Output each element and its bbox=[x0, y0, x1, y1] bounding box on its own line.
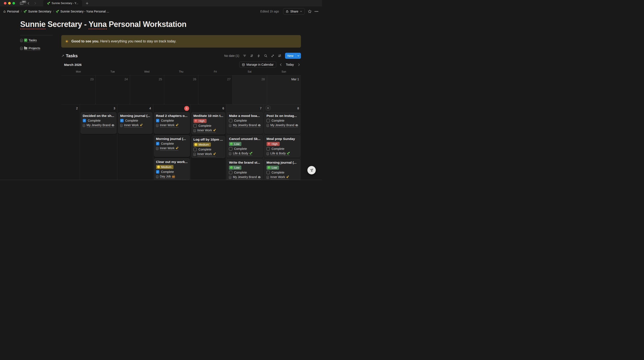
task-card[interactable]: Clear out my work...Medium✓CompleteDay J… bbox=[154, 158, 190, 180]
checkbox-checked[interactable]: ✓ bbox=[156, 142, 160, 145]
calendar-day-cell[interactable]: 4Morning journal (...✓CompleteInner Work bbox=[117, 104, 153, 180]
new-task-button[interactable]: New bbox=[285, 53, 296, 59]
new-tab-button[interactable]: + bbox=[82, 0, 92, 7]
task-card[interactable]: Log off by 10pm ...MediumCompleteInner W… bbox=[191, 136, 226, 158]
project-link[interactable]: My Jewelry Brand bbox=[233, 123, 260, 127]
project-link[interactable]: Inner Work bbox=[160, 123, 178, 127]
task-card[interactable]: Write the brand st...LowCompleteMy Jewel… bbox=[227, 159, 263, 180]
next-week-button[interactable] bbox=[297, 63, 301, 67]
more-options-button[interactable]: ••• bbox=[315, 10, 318, 13]
checkbox-unchecked[interactable] bbox=[194, 148, 197, 151]
notion-ai-button[interactable] bbox=[308, 166, 316, 174]
project-link[interactable]: Inner Work bbox=[197, 152, 216, 156]
search-icon[interactable] bbox=[264, 54, 268, 58]
check-icon: ✓ bbox=[24, 39, 27, 42]
task-card[interactable]: Morning journal (...✓CompleteInner Work bbox=[118, 112, 152, 134]
project-link[interactable]: Inner Work bbox=[124, 123, 142, 127]
history-forward-button[interactable] bbox=[32, 0, 38, 7]
linked-view-title[interactable]: ↗ Tasks bbox=[61, 53, 78, 58]
calendar-day-cell[interactable]: 26 bbox=[164, 75, 198, 104]
task-card[interactable]: Decided on the sh...✓CompleteMy Jewelry … bbox=[80, 112, 116, 134]
project-link[interactable]: Life & Body bbox=[233, 151, 252, 156]
today-button[interactable]: Today bbox=[286, 63, 294, 66]
calendar-day-cell[interactable]: 24 bbox=[96, 75, 130, 104]
browser-tab[interactable]: Sunnie Secretary - Y... bbox=[43, 0, 82, 7]
project-link[interactable]: My Jewelry Brand bbox=[270, 123, 298, 127]
checkbox-unchecked[interactable] bbox=[266, 147, 270, 150]
day-cards: Read 2 chapters o...✓CompleteInner WorkM… bbox=[153, 111, 190, 180]
calendar-day-cell[interactable]: +8Post 3x on Instag...CompleteMy Jewelry… bbox=[264, 104, 301, 180]
complete-row: Complete bbox=[229, 147, 247, 150]
manage-in-calendar-button[interactable]: 5 Manage in Calendar bbox=[239, 62, 276, 68]
date-number: 7 bbox=[260, 107, 262, 110]
expand-icon[interactable] bbox=[271, 54, 274, 58]
no-date-filter-button[interactable]: No date (1) bbox=[224, 54, 239, 58]
checkbox-unchecked[interactable] bbox=[229, 147, 232, 150]
zoom-window-button[interactable] bbox=[12, 2, 15, 5]
task-card[interactable]: Morning journal (...LowCompleteInner Wor… bbox=[264, 159, 300, 180]
calendar-day-cell[interactable]: 6Meditate 10 min t...HighCompleteInner W… bbox=[190, 104, 226, 180]
view-settings-sliders-icon[interactable] bbox=[278, 54, 281, 58]
calendar-day-cell[interactable]: 7Make a mood boa...CompleteMy Jewelry Br… bbox=[226, 104, 263, 180]
checkbox-unchecked[interactable] bbox=[194, 124, 197, 127]
priority-badge: Medium bbox=[156, 165, 174, 169]
breadcrumb-item[interactable]: ⌂Personal bbox=[4, 9, 19, 13]
calendar-day-cell[interactable]: 25 bbox=[130, 75, 164, 104]
project-link[interactable]: My Jewelry Brand bbox=[87, 123, 114, 127]
project-link[interactable]: Inner Work bbox=[270, 175, 289, 179]
checkbox-unchecked[interactable] bbox=[266, 171, 270, 174]
task-card[interactable]: Post 3x on Instag...CompleteMy Jewelry B… bbox=[264, 112, 300, 134]
project-link[interactable]: Life & Body bbox=[270, 151, 290, 156]
project-row: Inner Work bbox=[156, 123, 178, 127]
automation-bolt-icon[interactable] bbox=[257, 54, 260, 58]
calendar-day-cell[interactable]: 27 bbox=[198, 75, 232, 104]
filter-icon[interactable] bbox=[243, 54, 246, 58]
calendar-day-cell[interactable]: 23 bbox=[61, 75, 96, 104]
page-link-tasks[interactable]: ✓Tasks bbox=[20, 38, 56, 43]
calendar-day-cell[interactable]: 3Decided on the sh...✓CompleteMy Jewelry… bbox=[80, 104, 117, 180]
calendar-day-cell[interactable]: 5Read 2 chapters o...✓CompleteInner Work… bbox=[153, 104, 190, 180]
task-card[interactable]: Meditate 10 min t...HighCompleteInner Wo… bbox=[191, 112, 226, 134]
project-link[interactable]: Day Job bbox=[160, 174, 175, 179]
checkbox-unchecked[interactable] bbox=[229, 171, 232, 174]
star-icon bbox=[308, 10, 312, 13]
project-link[interactable]: Inner Work bbox=[160, 146, 178, 150]
task-card[interactable]: Make a mood boa...CompleteMy Jewelry Bra… bbox=[227, 112, 263, 134]
history-back-button[interactable] bbox=[25, 0, 32, 7]
doc-icon bbox=[20, 39, 22, 42]
calendar-day-cell[interactable]: Mar 1 bbox=[267, 75, 301, 104]
checkbox-unchecked[interactable] bbox=[266, 119, 270, 122]
breadcrumb-label: Sunnie Secretary - Yuna Personal ... bbox=[60, 10, 109, 13]
favorite-star-button[interactable] bbox=[308, 10, 312, 13]
task-card[interactable]: Cancel unused Sk...LowCompleteLife & Bod… bbox=[227, 135, 263, 157]
project-link[interactable]: My Jewelry Brand bbox=[233, 175, 260, 179]
checkbox-unchecked[interactable] bbox=[229, 119, 232, 122]
checkbox-checked[interactable]: ✓ bbox=[156, 170, 160, 173]
chevron-down-icon bbox=[297, 55, 300, 57]
page-link-projects[interactable]: Projects bbox=[20, 46, 56, 51]
add-task-button[interactable]: + bbox=[266, 105, 271, 111]
prev-week-button[interactable] bbox=[279, 63, 283, 67]
calendar-day-cell[interactable]: 2 bbox=[61, 104, 80, 180]
share-button[interactable]: Share bbox=[283, 8, 304, 15]
sort-icon[interactable] bbox=[250, 54, 254, 58]
checkbox-checked[interactable]: ✓ bbox=[83, 119, 86, 122]
calendar-day-cell[interactable]: 28 bbox=[232, 75, 266, 104]
close-window-button[interactable] bbox=[4, 2, 6, 5]
doc-icon bbox=[83, 124, 85, 127]
minimize-window-button[interactable] bbox=[8, 2, 11, 5]
checkbox-checked[interactable]: ✓ bbox=[156, 119, 160, 122]
tab-title: Sunnie Secretary - Y... bbox=[52, 2, 78, 5]
project-link[interactable]: Inner Work bbox=[197, 128, 216, 133]
checkbox-checked[interactable]: ✓ bbox=[120, 119, 124, 122]
complete-row: ✓Complete bbox=[83, 119, 100, 122]
task-card[interactable]: Meal prep SundayHighCompleteLife & Body bbox=[264, 135, 300, 157]
breadcrumb-item[interactable]: Sunnie Secretary bbox=[24, 10, 51, 13]
sidebar-toggle-icon[interactable]: 99+ bbox=[18, 0, 25, 7]
breadcrumb-item[interactable]: Sunnie Secretary - Yuna Personal ... bbox=[56, 10, 109, 13]
new-dropdown-button[interactable] bbox=[296, 54, 301, 58]
complete-label: Complete bbox=[125, 119, 138, 122]
folder-icon bbox=[24, 47, 27, 50]
task-card[interactable]: Morning journal (...✓CompleteInner Work bbox=[154, 135, 190, 157]
task-card[interactable]: Read 2 chapters o...✓CompleteInner Work bbox=[154, 112, 190, 134]
